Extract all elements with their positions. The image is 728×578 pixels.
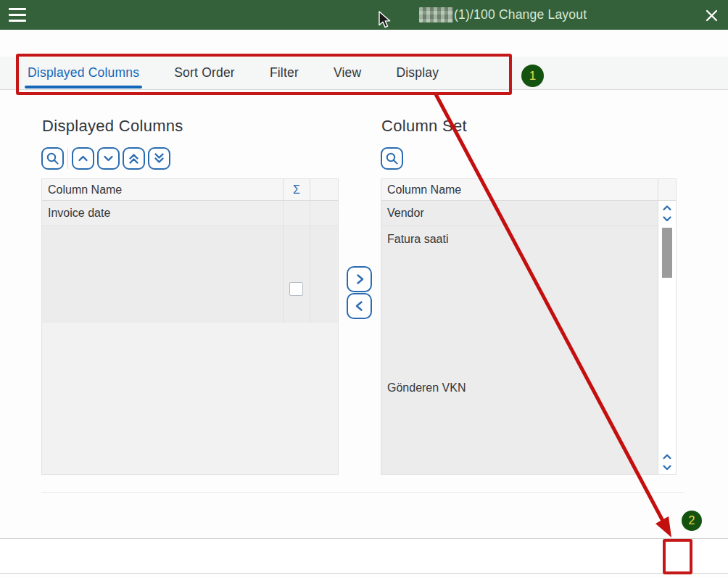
tab-label: Displayed Columns bbox=[28, 65, 139, 80]
table-row[interactable]: Invoice date bbox=[42, 201, 338, 226]
scroll-up-icon[interactable] bbox=[663, 205, 672, 211]
tab-displayed-columns[interactable]: Displayed Columns bbox=[28, 57, 139, 90]
displayed-columns-heading: Displayed Columns bbox=[42, 117, 183, 136]
toolbar-divider bbox=[67, 149, 68, 169]
redacted-system-id bbox=[419, 7, 453, 22]
row-label: Vendor bbox=[387, 207, 424, 220]
column-set-toolbar bbox=[381, 147, 403, 170]
sum-checkbox[interactable] bbox=[289, 282, 303, 296]
scroll-down-icon[interactable] bbox=[663, 464, 672, 471]
table-empty-area bbox=[42, 226, 338, 323]
column-separator bbox=[283, 226, 284, 323]
tab-label: View bbox=[334, 65, 361, 80]
table-row[interactable]: Fatura saati bbox=[381, 226, 658, 252]
row-sum-cell bbox=[283, 201, 310, 226]
displayed-columns-toolbar bbox=[41, 147, 170, 170]
table-row[interactable]: Gönderen VKN bbox=[381, 375, 658, 400]
column-set-table: Column Name Vendor Fatura saati Gönderen… bbox=[381, 178, 677, 475]
scrollbar-thumb[interactable] bbox=[662, 228, 672, 278]
scroll-down-icon[interactable] bbox=[663, 215, 672, 222]
scroll-up-icon[interactable] bbox=[663, 453, 672, 460]
layout-tabstrip: Displayed Columns Sort Order Filter View… bbox=[0, 57, 728, 90]
dialog-titlebar: (1)/100 Change Layout bbox=[0, 0, 728, 30]
column-header-sum: Σ bbox=[283, 179, 310, 200]
chevron-left-icon[interactable] bbox=[347, 293, 372, 319]
dialog-footer bbox=[0, 538, 728, 574]
scrollbar-header-cell bbox=[658, 179, 676, 200]
menu-icon[interactable] bbox=[9, 8, 26, 22]
table-rows-area: Vendor Fatura saati Gönderen VKN bbox=[381, 201, 658, 474]
dialog-title: (1)/100 Change Layout bbox=[419, 0, 587, 30]
tab-display[interactable]: Display bbox=[396, 57, 439, 90]
column-set-heading: Column Set bbox=[381, 117, 467, 136]
tab-view[interactable]: View bbox=[334, 57, 361, 90]
row-label: Gönderen VKN bbox=[387, 381, 466, 395]
change-layout-dialog: (1)/100 Change Layout Displayed Columns … bbox=[0, 0, 728, 578]
close-icon[interactable] bbox=[704, 8, 719, 22]
annotation-step-badge-1: 1 bbox=[521, 65, 544, 87]
column-separator bbox=[310, 226, 310, 323]
search-icon[interactable] bbox=[381, 147, 403, 170]
dialog-title-text: (1)/100 Change Layout bbox=[454, 7, 587, 22]
tab-sort-order[interactable]: Sort Order bbox=[174, 57, 235, 90]
move-to-top-icon[interactable] bbox=[123, 147, 145, 170]
tab-label: Display bbox=[396, 65, 439, 80]
table-header: Column Name Σ bbox=[42, 179, 338, 201]
annotation-step-badge-2: 2 bbox=[682, 511, 702, 531]
table-row[interactable]: Vendor bbox=[381, 201, 658, 226]
chevron-right-icon[interactable] bbox=[347, 266, 372, 292]
move-to-bottom-icon[interactable] bbox=[148, 147, 170, 170]
move-down-icon[interactable] bbox=[97, 147, 120, 170]
column-header-name: Column Name bbox=[42, 179, 283, 200]
table-header: Column Name bbox=[381, 179, 676, 201]
tab-label: Sort Order bbox=[174, 65, 235, 80]
column-header-extra bbox=[310, 179, 338, 200]
row-extra-cell bbox=[310, 201, 338, 226]
search-icon[interactable] bbox=[41, 147, 64, 170]
move-up-icon[interactable] bbox=[72, 147, 94, 170]
tab-filter[interactable]: Filter bbox=[270, 57, 299, 90]
vertical-scrollbar[interactable] bbox=[658, 201, 676, 474]
content-divider bbox=[41, 492, 684, 493]
column-header-name: Column Name bbox=[381, 179, 658, 200]
tab-label: Filter bbox=[270, 65, 299, 80]
row-label: Fatura saati bbox=[387, 233, 448, 246]
table-body: Vendor Fatura saati Gönderen VKN bbox=[381, 201, 676, 474]
displayed-columns-table: Column Name Σ Invoice date bbox=[41, 178, 339, 475]
row-label: Invoice date bbox=[42, 201, 283, 226]
